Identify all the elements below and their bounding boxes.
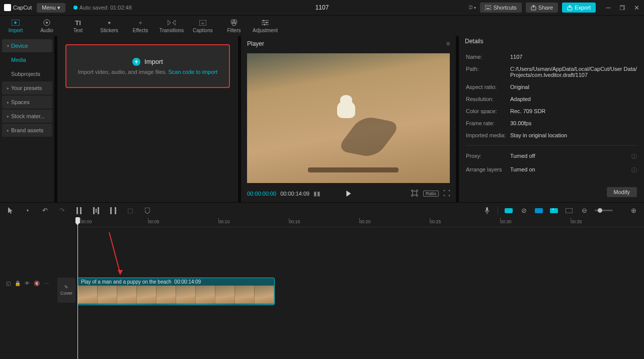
snap-button[interactable]: [504, 206, 513, 215]
player-menu-icon[interactable]: ≡: [446, 40, 450, 47]
detail-name-value: 1107: [510, 54, 637, 60]
layout-button[interactable]: ▾: [469, 4, 476, 11]
filters-icon: [230, 19, 238, 27]
svg-point-4: [488, 6, 489, 7]
link-button[interactable]: ⊘: [519, 206, 528, 215]
split-tool[interactable]: [74, 206, 84, 215]
sidebar-item-device[interactable]: ▾Device: [2, 39, 52, 52]
detail-layers-label: Arrange layers: [466, 166, 510, 174]
menu-button[interactable]: Menu ▾: [37, 3, 65, 13]
zoom-out-button[interactable]: ⊖: [580, 206, 589, 215]
playhead-handle[interactable]: [75, 217, 80, 223]
volume-bars-icon[interactable]: ▮▮: [313, 190, 320, 197]
export-button[interactable]: Export: [562, 3, 596, 13]
svg-point-22: [263, 20, 265, 22]
detail-res-value: Adapted: [510, 96, 637, 102]
video-clip[interactable]: Play of a man and a puppy on the beach 0…: [77, 278, 275, 305]
import-subtitle: Import video, audio, and image files. Sc…: [78, 69, 218, 75]
import-dropzone[interactable]: + Import Import video, audio, and image …: [65, 44, 230, 88]
tab-effects[interactable]: ✧ Effects: [125, 16, 156, 36]
track-toggle-icon[interactable]: ◱: [6, 281, 11, 286]
detail-aspect-value: Original: [510, 84, 637, 90]
ratio-button[interactable]: Ratio: [423, 191, 439, 197]
share-icon: [531, 5, 536, 11]
tab-text[interactable]: TI Text: [62, 16, 94, 36]
play-button[interactable]: [346, 191, 351, 197]
zoom-slider[interactable]: [595, 210, 613, 211]
modify-button[interactable]: Modify: [607, 187, 637, 197]
sidebar-item-subprojects[interactable]: Subprojects: [2, 67, 52, 80]
close-button[interactable]: ✕: [633, 4, 640, 11]
track1-button[interactable]: [534, 206, 543, 215]
tab-adjustment[interactable]: Adjustment: [250, 16, 281, 36]
timeline-ruler[interactable]: 00:00 00:05 00:10 00:15 00:20 00:25 00:3…: [77, 218, 644, 227]
svg-point-26: [264, 24, 266, 26]
share-button[interactable]: Share: [526, 3, 558, 13]
svg-rect-28: [76, 207, 78, 214]
preview-button[interactable]: [565, 206, 574, 215]
tab-audio[interactable]: Audio: [31, 16, 62, 36]
ribbon-tabs: Import Audio TI Text ✦ Stickers ✧ Effect…: [0, 15, 644, 36]
mic-button[interactable]: [482, 206, 492, 215]
tab-import[interactable]: Import: [0, 16, 31, 36]
eye-icon[interactable]: 👁: [25, 281, 30, 286]
svg-rect-6: [487, 8, 490, 9]
chevron-right-icon: ▸: [7, 100, 9, 105]
chevron-right-icon: ▸: [7, 86, 9, 91]
player-viewport[interactable]: [247, 53, 450, 183]
captions-icon: cc: [199, 19, 207, 27]
split-right-tool[interactable]: [109, 206, 118, 215]
autosave-status: Auto saved: 01:02:48: [73, 5, 132, 11]
keyboard-icon: [485, 5, 491, 10]
zoom-in-button[interactable]: ⊕: [629, 206, 638, 215]
sidebar-item-media[interactable]: Media: [2, 53, 52, 66]
app-name: CapCut: [13, 5, 32, 11]
scan-code-link[interactable]: Scan code to import: [168, 69, 217, 75]
play-icon: [346, 191, 351, 197]
detail-cs-value: Rec. 709 SDR: [510, 108, 637, 114]
undo-button[interactable]: ↶: [40, 206, 49, 215]
mute-icon[interactable]: 🔇: [34, 281, 40, 286]
timeline[interactable]: 00:00 00:05 00:10 00:15 00:20 00:25 00:3…: [0, 218, 644, 359]
sidebar-item-stock[interactable]: ▸Stock mater...: [2, 110, 52, 123]
transitions-icon: [168, 19, 176, 27]
details-header: Details: [459, 36, 644, 46]
redo-button[interactable]: ↷: [57, 206, 66, 215]
fullscreen-icon[interactable]: [444, 190, 450, 198]
detail-im-value: Stay in original location: [510, 132, 637, 138]
detail-aspect-label: Aspect ratio:: [466, 84, 510, 90]
tab-captions[interactable]: cc Captions: [187, 16, 218, 36]
sidebar-item-presets[interactable]: ▸Your presets: [2, 81, 52, 95]
info-icon[interactable]: ⓘ: [631, 153, 637, 160]
ruler-tick: 00:10: [218, 219, 230, 224]
track2-button[interactable]: +: [549, 206, 558, 215]
marker-tool[interactable]: [143, 206, 152, 215]
pointer-dropdown[interactable]: ▾: [23, 206, 32, 215]
ruler-tick: 00:20: [359, 219, 371, 224]
lock-icon[interactable]: 🔒: [15, 281, 21, 286]
shortcuts-button[interactable]: Shortcuts: [480, 3, 521, 13]
scale-icon[interactable]: [411, 190, 418, 198]
pointer-tool[interactable]: [6, 206, 15, 215]
tab-transitions[interactable]: Transitions: [156, 16, 187, 36]
tab-filters[interactable]: Filters: [218, 16, 250, 36]
tab-stickers[interactable]: ✦ Stickers: [94, 16, 125, 36]
playhead[interactable]: [77, 218, 78, 359]
more-icon[interactable]: ⋯: [44, 281, 49, 286]
delete-tool[interactable]: ▢: [126, 206, 135, 215]
svg-rect-33: [110, 207, 112, 214]
track-controls: ◱ 🔒 👁 🔇 ⋯: [0, 278, 55, 289]
titlebar: CapCut Menu ▾ Auto saved: 01:02:48 1107 …: [0, 0, 644, 15]
effects-icon: ✧: [136, 19, 144, 27]
minimize-button[interactable]: ─: [605, 4, 612, 11]
cover-button[interactable]: ✎ Cover: [57, 278, 75, 303]
svg-rect-27: [413, 191, 417, 195]
info-icon[interactable]: ⓘ: [631, 166, 637, 174]
svg-point-24: [266, 22, 268, 24]
split-left-tool[interactable]: [92, 206, 101, 215]
sidebar-item-brand[interactable]: ▸Brand assets: [2, 124, 52, 137]
ruler-tick: 00:05: [148, 219, 159, 224]
ruler-tick: 00:25: [430, 219, 441, 224]
sidebar-item-spaces[interactable]: ▸Spaces: [2, 96, 52, 109]
maximize-button[interactable]: [619, 4, 626, 11]
